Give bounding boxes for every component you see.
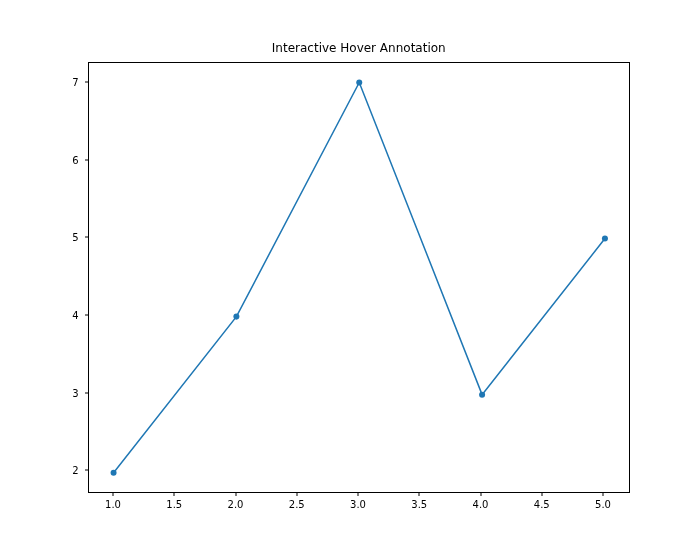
ytick-label: 6 xyxy=(72,154,78,165)
xtick-label: 3.0 xyxy=(350,499,366,510)
axes: Interactive Hover Annotation 1.01.52.02.… xyxy=(88,62,631,493)
xtick-mark xyxy=(480,492,481,496)
data-point[interactable] xyxy=(110,469,116,475)
xtick-mark xyxy=(174,492,175,496)
ytick-label: 5 xyxy=(72,232,78,243)
ytick-mark xyxy=(85,314,89,315)
ytick-label: 7 xyxy=(72,77,78,88)
xtick-label: 2.5 xyxy=(289,499,305,510)
xtick-mark xyxy=(419,492,420,496)
ytick-mark xyxy=(85,159,89,160)
xtick-mark xyxy=(235,492,236,496)
xtick-label: 5.0 xyxy=(595,499,611,510)
xtick-mark xyxy=(541,492,542,496)
ytick-mark xyxy=(85,392,89,393)
line-series xyxy=(89,63,630,492)
ytick-mark xyxy=(85,82,89,83)
data-point[interactable] xyxy=(479,391,485,397)
data-point[interactable] xyxy=(233,313,239,319)
xtick-mark xyxy=(296,492,297,496)
chart-title: Interactive Hover Annotation xyxy=(89,41,630,55)
ytick-label: 2 xyxy=(72,465,78,476)
data-point[interactable] xyxy=(601,235,607,241)
ytick-mark xyxy=(85,237,89,238)
xtick-label: 4.0 xyxy=(473,499,489,510)
xtick-mark xyxy=(358,492,359,496)
ytick-mark xyxy=(85,470,89,471)
plot-area xyxy=(89,63,630,492)
xtick-label: 4.5 xyxy=(534,499,550,510)
series-line xyxy=(113,82,604,472)
xtick-label: 2.0 xyxy=(228,499,244,510)
xtick-label: 1.0 xyxy=(105,499,121,510)
xtick-mark xyxy=(603,492,604,496)
data-point[interactable] xyxy=(356,79,362,85)
xtick-mark xyxy=(113,492,114,496)
xtick-label: 3.5 xyxy=(411,499,427,510)
ytick-label: 4 xyxy=(72,309,78,320)
figure: Interactive Hover Annotation 1.01.52.02.… xyxy=(0,0,700,560)
ytick-label: 3 xyxy=(72,387,78,398)
xtick-label: 1.5 xyxy=(166,499,182,510)
